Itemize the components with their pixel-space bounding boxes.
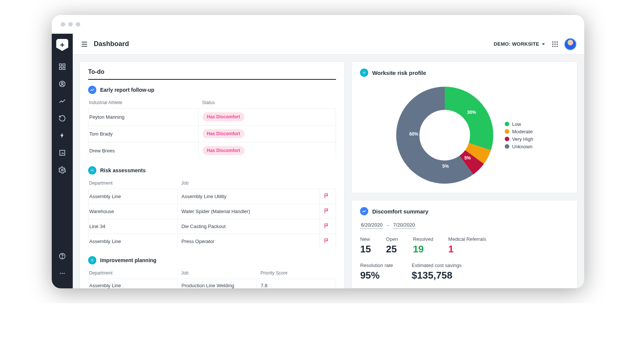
- flag-icon[interactable]: [324, 193, 330, 199]
- stat-rate: 95%: [360, 270, 393, 281]
- improvement-table: Department Job Priority Score Assembly L…: [88, 267, 336, 288]
- nav-trend-icon[interactable]: [55, 94, 70, 109]
- svg-rect-1: [63, 64, 65, 66]
- flag-icon[interactable]: [324, 208, 330, 214]
- svg-point-5: [62, 82, 63, 84]
- status-badge: Has Discomfort: [202, 129, 245, 138]
- trend-icon: [88, 86, 96, 94]
- svg-point-9: [62, 258, 62, 258]
- page-title: Dashboard: [94, 40, 129, 48]
- svg-point-20: [554, 46, 555, 47]
- svg-point-22: [92, 170, 93, 171]
- chart-legend: Low Moderate Very High Unknown: [505, 119, 533, 151]
- col-score: Priority Score: [257, 267, 336, 279]
- svg-rect-3: [63, 67, 65, 70]
- risk-assess-title: Risk assessments: [100, 167, 146, 173]
- svg-point-11: [62, 273, 63, 274]
- apps-grid-icon[interactable]: [551, 40, 559, 48]
- svg-point-17: [554, 43, 555, 45]
- slice-label-low: 30%: [467, 110, 476, 115]
- app-logo[interactable]: [56, 39, 68, 51]
- nav-history-icon[interactable]: [55, 111, 70, 126]
- status-badge: Has Discomfort: [202, 146, 245, 155]
- menu-toggle-icon[interactable]: [80, 40, 88, 48]
- chevron-down-icon: [542, 42, 545, 46]
- table-row[interactable]: Peyton ManningHas Discomfort: [88, 109, 336, 125]
- early-report-head: Early report follow-up: [88, 86, 336, 94]
- todo-card: To-do Early report follow-up Industrial …: [80, 61, 345, 288]
- nav-dashboard-icon[interactable]: [55, 59, 70, 74]
- risk-assess-table: Department Job Assembly LineAssembly Lin…: [88, 178, 336, 249]
- gear-icon: [88, 166, 96, 175]
- worksite-label: DEMO: WORKSITE: [494, 41, 539, 47]
- worksite-selector[interactable]: DEMO: WORKSITE: [494, 41, 545, 47]
- discomfort-card: Discomfort summary 6/20/2020 - 7/20/2020…: [351, 200, 578, 288]
- svg-point-23: [92, 260, 93, 261]
- stat-savings-label: Estimated cost savings: [412, 263, 462, 268]
- date-to[interactable]: 7/20/2020: [393, 221, 416, 229]
- trend-icon: [360, 207, 368, 215]
- legend-dot: [505, 137, 509, 141]
- nav-user-icon[interactable]: [55, 76, 70, 91]
- early-report-table: Industrial Athlete Status Peyton Manning…: [88, 97, 336, 159]
- slice-label-very-high: 5%: [442, 164, 449, 169]
- date-from[interactable]: 6/20/2020: [360, 221, 383, 229]
- legend-dot: [505, 129, 509, 134]
- svg-point-13: [552, 41, 554, 42]
- risk-profile-title: Worksite risk profile: [372, 70, 426, 76]
- slice-label-unknown: 60%: [410, 131, 418, 137]
- svg-point-24: [364, 72, 365, 73]
- date-sep: -: [387, 222, 388, 228]
- table-row[interactable]: WarehouseWater Spider (Material Handler): [88, 204, 336, 219]
- stat-new: 15: [360, 243, 371, 255]
- svg-point-15: [556, 41, 558, 42]
- svg-point-19: [552, 46, 554, 47]
- user-avatar[interactable]: [564, 38, 577, 51]
- svg-rect-2: [60, 67, 62, 70]
- stat-savings: $135,758: [412, 270, 462, 281]
- nav-help-icon[interactable]: [55, 249, 70, 264]
- col-athlete: Industrial Athlete: [88, 97, 199, 109]
- discomfort-title: Discomfort summary: [372, 208, 428, 215]
- risk-profile-card: Worksite risk profile 30%: [351, 61, 578, 193]
- flag-icon[interactable]: [324, 238, 330, 244]
- table-row[interactable]: Drew BreesHas Discomfort: [88, 142, 336, 159]
- col-dept: Department: [88, 178, 178, 189]
- table-row[interactable]: Tom BradyHas Discomfort: [88, 125, 336, 142]
- svg-point-21: [556, 46, 558, 47]
- improvement-title: Improvement planning: [100, 257, 156, 263]
- table-row[interactable]: Assembly LinePress Operator: [88, 234, 336, 249]
- nav-activity-icon[interactable]: [55, 128, 70, 143]
- nav-report-icon[interactable]: [55, 145, 70, 160]
- stat-rate-label: Resolution rate: [360, 263, 393, 268]
- stat-referrals: 1: [448, 243, 486, 255]
- slice-label-moderate: 5%: [464, 155, 471, 161]
- improvement-head: Improvement planning: [88, 256, 336, 264]
- table-row[interactable]: Assembly LineAssembly Line Utility: [88, 189, 336, 204]
- svg-point-16: [552, 43, 554, 45]
- window-dot: [61, 22, 65, 27]
- legend-dot: [505, 144, 509, 149]
- window-dot: [76, 22, 80, 27]
- svg-point-7: [62, 169, 63, 171]
- legend-dot: [505, 122, 509, 126]
- col-job: Job: [177, 178, 320, 189]
- table-row[interactable]: Line 34Die Casting Packout: [88, 219, 336, 234]
- gear-icon: [88, 256, 96, 264]
- status-badge: Has Discomfort: [202, 112, 245, 121]
- svg-point-14: [554, 41, 555, 42]
- nav-settings-icon[interactable]: [55, 163, 70, 178]
- col-dept: Department: [88, 267, 178, 279]
- nav-more-icon[interactable]: [55, 266, 70, 281]
- window-dot: [68, 22, 73, 27]
- flag-icon[interactable]: [324, 223, 330, 229]
- svg-point-12: [64, 273, 65, 274]
- donut-chart: 30% 5% 5% 60%: [396, 87, 494, 184]
- risk-assess-head: Risk assessments: [88, 166, 336, 175]
- sidebar: [52, 34, 73, 288]
- stat-open: 25: [386, 243, 398, 255]
- svg-point-10: [60, 273, 61, 274]
- gear-icon: [360, 69, 368, 77]
- table-row[interactable]: Assembly LineProduction Line Welding7.8: [88, 279, 336, 289]
- todo-title: To-do: [88, 69, 336, 80]
